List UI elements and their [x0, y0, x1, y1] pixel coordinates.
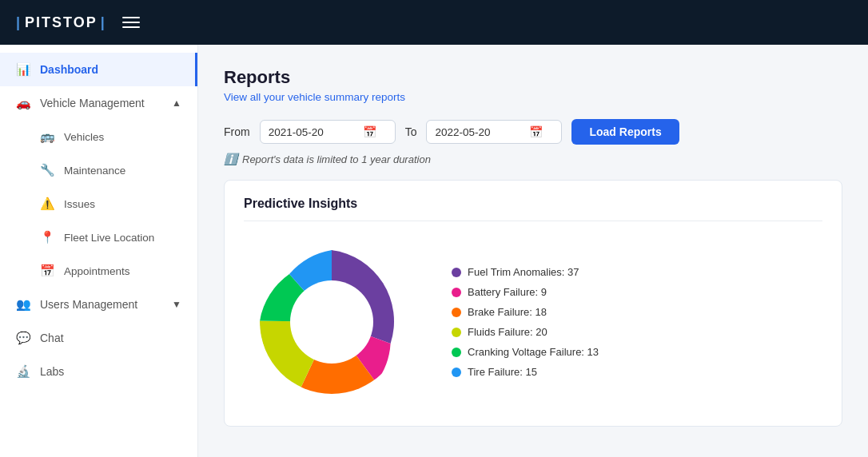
sidebar-label-vehicle-management: Vehicle Management — [40, 97, 145, 109]
maintenance-icon: 🔧 — [40, 163, 54, 177]
legend-item: Fuel Trim Anomalies: 37 — [452, 266, 599, 278]
from-date-wrapper[interactable]: 📅 — [260, 120, 396, 144]
legend-color-dot — [452, 288, 461, 297]
sidebar-label-maintenance: Maintenance — [64, 165, 125, 177]
dashboard-icon: 📊 — [16, 62, 30, 77]
labs-icon: 🔬 — [16, 364, 30, 379]
sidebar-item-fleet-live-location[interactable]: 📍 Fleet Live Location — [0, 221, 197, 254]
issues-icon: ⚠️ — [40, 197, 54, 211]
sidebar-item-dashboard[interactable]: 📊 Dashboard — [0, 53, 197, 86]
legend-label: Tire Failure: 15 — [468, 366, 537, 378]
sidebar-label-users-management: Users Management — [40, 298, 137, 311]
filter-row: From 📅 To 📅 Load Reports — [224, 119, 842, 145]
legend-label: Battery Failure: 9 — [468, 286, 547, 298]
sidebar-submenu-vehicles: 🚌 Vehicles 🔧 Maintenance ⚠️ Issues 📍 Fle… — [0, 120, 197, 288]
sidebar-label-issues: Issues — [64, 198, 95, 210]
legend-item: Battery Failure: 9 — [452, 286, 599, 298]
sidebar-label-appointments: Appointments — [64, 265, 130, 277]
brand-logo: | PITSTOP | — [16, 14, 106, 31]
legend-item: Fluids Failure: 20 — [452, 326, 599, 338]
chart-legend: Fuel Trim Anomalies: 37Battery Failure: … — [452, 266, 599, 378]
content-area: Reports View all your vehicle summary re… — [198, 45, 868, 457]
sidebar-label-labs: Labs — [40, 365, 64, 378]
sidebar-label-dashboard: Dashboard — [40, 63, 98, 76]
page-subtitle: View all your vehicle summary reports — [224, 91, 842, 103]
chevron-up-icon: ▲ — [172, 97, 181, 109]
sidebar-item-issues[interactable]: ⚠️ Issues — [0, 187, 197, 221]
from-calendar-icon[interactable]: 📅 — [363, 125, 376, 138]
from-label: From — [224, 125, 250, 138]
sidebar-item-chat[interactable]: 💬 Chat — [0, 321, 197, 355]
sidebar: 📊 Dashboard 🚗 Vehicle Management ▲ 🚌 Veh… — [0, 45, 198, 457]
hamburger-line-1 — [122, 17, 140, 18]
sidebar-label-fleet-live-location: Fleet Live Location — [64, 232, 154, 244]
legend-label: Fuel Trim Anomalies: 37 — [468, 266, 579, 278]
to-date-input[interactable] — [435, 126, 523, 138]
legend-item: Brake Failure: 18 — [452, 306, 599, 318]
sidebar-item-labs[interactable]: 🔬 Labs — [0, 355, 197, 388]
legend-item: Tire Failure: 15 — [452, 366, 599, 378]
pipe-left: | — [16, 14, 22, 31]
chat-icon: 💬 — [16, 331, 30, 345]
legend-color-dot — [452, 368, 461, 377]
hamburger-line-3 — [122, 26, 140, 28]
users-management-icon: 👥 — [16, 297, 30, 312]
legend-color-dot — [452, 348, 461, 357]
appointments-icon: 📅 — [40, 264, 54, 278]
hamburger-line-2 — [122, 22, 140, 23]
vehicle-management-icon: 🚗 — [16, 96, 30, 110]
sidebar-item-vehicle-management[interactable]: 🚗 Vehicle Management ▲ — [0, 86, 197, 120]
to-date-wrapper[interactable]: 📅 — [426, 120, 562, 144]
sidebar-item-users-management[interactable]: 👥 Users Management ▼ — [0, 288, 197, 321]
legend-color-dot — [452, 268, 461, 277]
from-date-input[interactable] — [269, 126, 356, 138]
hamburger-menu[interactable] — [122, 17, 140, 28]
legend-label: Cranking Voltage Failure: 13 — [468, 346, 599, 358]
info-note-text: Report's data is limited to 1 year durat… — [242, 153, 431, 165]
chevron-down-icon: ▼ — [172, 299, 181, 310]
page-title: Reports — [224, 67, 842, 88]
legend-color-dot — [452, 308, 461, 317]
fleet-live-location-icon: 📍 — [40, 230, 54, 244]
brand-name: PITSTOP — [25, 14, 98, 31]
to-label: To — [405, 125, 417, 138]
sidebar-item-appointments[interactable]: 📅 Appointments — [0, 254, 197, 288]
sidebar-label-vehicles: Vehicles — [64, 131, 104, 143]
load-reports-button[interactable]: Load Reports — [571, 119, 679, 145]
to-calendar-icon[interactable]: 📅 — [529, 125, 543, 138]
vehicles-icon: 🚌 — [40, 129, 54, 144]
navbar: | PITSTOP | — [0, 0, 868, 45]
sidebar-item-maintenance[interactable]: 🔧 Maintenance — [0, 153, 197, 187]
info-note: ℹ️ Report's data is limited to 1 year du… — [224, 153, 842, 165]
sidebar-item-vehicles[interactable]: 🚌 Vehicles — [0, 120, 197, 153]
legend-color-dot — [452, 328, 461, 337]
predictive-insights-card: Predictive Insights — [224, 180, 842, 427]
main-layout: 📊 Dashboard 🚗 Vehicle Management ▲ 🚌 Veh… — [0, 45, 868, 457]
donut-chart — [244, 234, 420, 410]
legend-label: Fluids Failure: 20 — [468, 326, 547, 338]
donut-svg — [244, 234, 420, 410]
info-icon: ℹ️ — [224, 153, 237, 165]
legend-label: Brake Failure: 18 — [468, 306, 547, 318]
card-title: Predictive Insights — [244, 197, 822, 221]
chart-area: Fuel Trim Anomalies: 37Battery Failure: … — [244, 234, 822, 410]
sidebar-label-chat: Chat — [40, 332, 64, 344]
pipe-right: | — [101, 14, 106, 31]
legend-item: Cranking Voltage Failure: 13 — [452, 346, 599, 358]
